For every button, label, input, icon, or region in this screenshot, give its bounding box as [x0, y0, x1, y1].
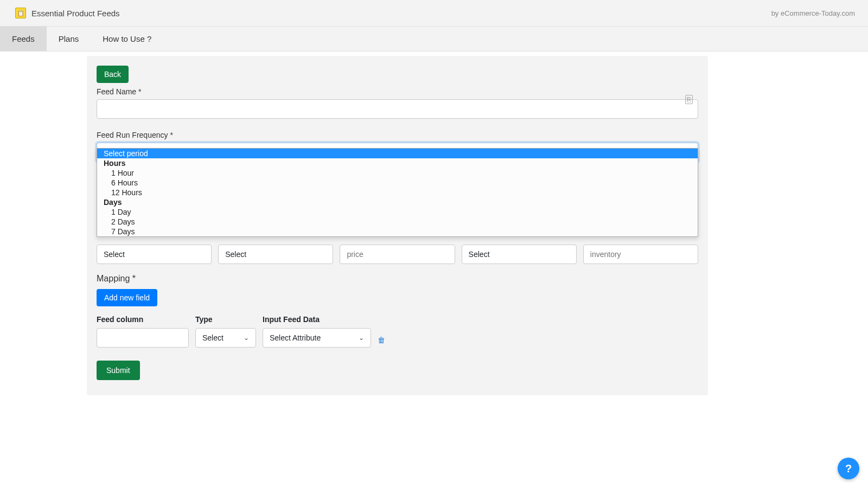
th-feed-column: Feed column — [97, 315, 189, 324]
filter-select-3[interactable]: Select — [462, 245, 577, 264]
tab-bar: Feeds Plans How to Use ? — [0, 27, 868, 52]
dropdown-option-1-hour[interactable]: 1 Hour — [97, 168, 698, 178]
input-autofill-icon[interactable]: ⎘ — [685, 95, 693, 104]
dropdown-option-2-days[interactable]: 2 Days — [97, 217, 698, 227]
submit-button[interactable]: Submit — [97, 361, 140, 380]
dropdown-option-7-days[interactable]: 7 Days — [97, 227, 698, 236]
attribute-select[interactable]: Select Attribute⌄ — [263, 328, 371, 348]
filter-select-2[interactable]: Select — [218, 245, 333, 264]
dropdown-option-12-hours[interactable]: 12 Hours — [97, 188, 698, 197]
back-button[interactable]: Back — [97, 66, 129, 83]
credit-text: by eCommerce-Today.com — [771, 9, 855, 17]
delete-row-button[interactable]: 🗑 — [378, 331, 385, 344]
feed-name-label: Feed Name * — [97, 87, 698, 96]
dropdown-group-hours: Hours — [97, 158, 698, 168]
feed-name-input[interactable] — [97, 99, 698, 119]
app-icon: 📋 — [15, 8, 26, 18]
dropdown-option-placeholder[interactable]: Select period — [97, 149, 698, 158]
tab-how-to-use[interactable]: How to Use ? — [91, 27, 163, 51]
frequency-dropdown: Select period Hours 1 Hour 6 Hours 12 Ho… — [97, 148, 698, 237]
dropdown-option-1-day[interactable]: 1 Day — [97, 207, 698, 217]
app-info: 📋 Essential Product Feeds — [15, 8, 120, 18]
price-input[interactable] — [340, 245, 455, 264]
topbar: 📋 Essential Product Feeds by eCommerce-T… — [0, 0, 868, 27]
dropdown-option-6-hours[interactable]: 6 Hours — [97, 178, 698, 188]
chevron-down-icon: ⌄ — [359, 334, 364, 342]
tab-plans[interactable]: Plans — [47, 27, 91, 51]
th-type: Type — [195, 315, 256, 324]
feed-column-input[interactable] — [97, 328, 189, 348]
feed-form-card: Back Feed Name * ⎘ Feed Run Frequency * … — [87, 56, 708, 395]
filter-select-1[interactable]: Select — [97, 245, 212, 264]
tab-feeds[interactable]: Feeds — [0, 27, 47, 51]
add-new-field-button[interactable]: Add new field — [97, 289, 157, 306]
type-select[interactable]: Select⌄ — [195, 328, 256, 348]
mapping-label: Mapping * — [97, 274, 698, 284]
feed-frequency-label: Feed Run Frequency * — [97, 131, 698, 139]
inventory-input[interactable] — [583, 245, 698, 264]
dropdown-group-days: Days — [97, 197, 698, 207]
trash-icon: 🗑 — [378, 336, 385, 344]
app-title: Essential Product Feeds — [31, 9, 120, 18]
th-input-feed-data: Input Feed Data — [263, 315, 371, 324]
chevron-down-icon: ⌄ — [244, 334, 249, 342]
